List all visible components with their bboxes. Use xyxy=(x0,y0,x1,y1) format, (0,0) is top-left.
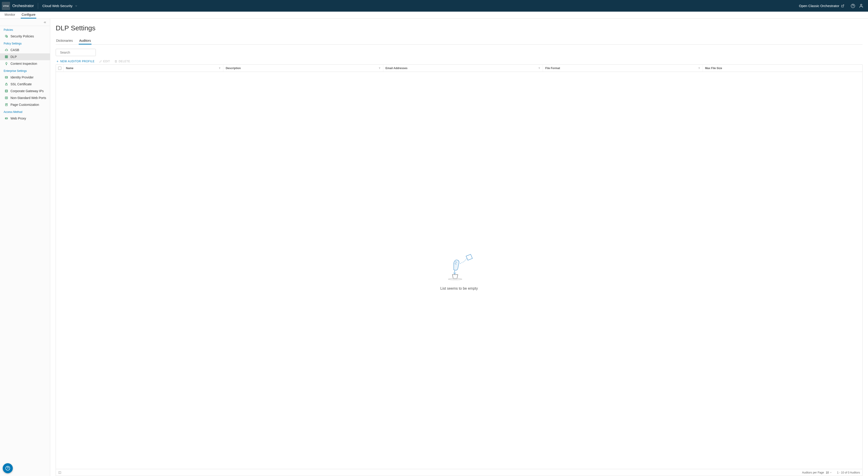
nav-section-title: Policies xyxy=(0,26,50,33)
column-label: Description xyxy=(226,67,241,70)
cloud-icon xyxy=(5,49,8,52)
workspace: PoliciesSecurity PoliciesPolicy Settings… xyxy=(0,19,868,476)
table-actions: NEW AUDITOR PROFILE EDIT DELETE xyxy=(56,60,862,63)
help-circle-icon xyxy=(5,466,10,471)
chevron-down-icon xyxy=(75,5,78,7)
svg-point-33 xyxy=(448,279,462,280)
sidebar-item-content-inspection[interactable]: Content Inspection xyxy=(0,60,50,67)
plus-icon xyxy=(56,60,59,63)
sidebar-item-label: Non-Standard Web Ports xyxy=(10,96,46,100)
column-label: Name xyxy=(66,67,73,70)
columns-icon xyxy=(58,471,61,474)
ports-icon xyxy=(5,96,8,99)
main: DLP Settings DictionariesAuditors NEW AU… xyxy=(50,19,868,476)
table-body: List seems to be empty xyxy=(56,72,862,469)
new-auditor-label: NEW AUDITOR PROFILE xyxy=(60,60,95,63)
sidebar-collapse[interactable] xyxy=(0,19,50,26)
svg-rect-16 xyxy=(6,90,7,92)
sidebar-item-ssl-certificate[interactable]: SSL Certificate xyxy=(0,81,50,88)
svg-rect-5 xyxy=(5,56,8,58)
per-page-value: 10 xyxy=(826,471,829,474)
svg-point-11 xyxy=(6,77,6,77)
sub-tabs: DictionariesAuditors xyxy=(56,37,863,45)
primary-tab-configure[interactable]: Configure xyxy=(21,11,36,19)
column-email-addresses[interactable]: Email Addresses xyxy=(383,65,543,72)
pencil-icon xyxy=(99,60,102,63)
double-chevron-left-icon xyxy=(43,21,47,24)
sidebar-item-label: Web Proxy xyxy=(10,117,26,120)
sidebar-item-dlp[interactable]: DLP xyxy=(0,53,50,60)
sidebar-item-label: Content Inspection xyxy=(10,62,37,65)
svg-line-0 xyxy=(842,5,844,6)
router-icon xyxy=(5,89,8,93)
sidebar-item-non-standard-web-ports[interactable]: Non-Standard Web Ports xyxy=(0,94,50,101)
empty-state-illustration xyxy=(443,250,475,282)
id-icon xyxy=(5,76,8,79)
nav-section-title: Access Method xyxy=(0,108,50,115)
chevron-down-icon xyxy=(830,471,832,474)
sidebar-item-security-policies[interactable]: Security Policies xyxy=(0,33,50,40)
column-description[interactable]: Description xyxy=(223,65,383,72)
column-layout-button[interactable] xyxy=(58,471,61,474)
filter-icon[interactable] xyxy=(378,67,381,69)
vmware-logo: vmw xyxy=(2,2,10,10)
sidebar-item-page-customization[interactable]: Page Customization xyxy=(0,101,50,108)
help-bubble[interactable] xyxy=(3,463,13,473)
search-field[interactable] xyxy=(60,51,100,54)
page-title: DLP Settings xyxy=(56,24,863,32)
user-icon xyxy=(859,4,863,8)
per-page-label: Auditors per Page xyxy=(802,471,824,474)
svg-point-3 xyxy=(861,4,862,6)
service-picker[interactable]: Cloud Web Security xyxy=(42,4,78,8)
sub-tab-auditors[interactable]: Auditors xyxy=(79,37,91,44)
divider xyxy=(38,3,38,9)
sidebar-item-label: CASB xyxy=(10,48,19,52)
grid-icon xyxy=(5,55,8,58)
column-label: File Format xyxy=(545,67,560,70)
auditors-table: NameDescriptionEmail AddressesFile Forma… xyxy=(56,64,863,476)
open-classic-label: Open Classic Orchestrator xyxy=(799,4,839,8)
sidebar-item-label: Page Customization xyxy=(10,103,39,106)
external-link-icon xyxy=(841,4,844,7)
filter-icon[interactable] xyxy=(698,67,700,69)
column-label: Max File Size xyxy=(705,67,722,70)
help-circle-icon xyxy=(851,4,855,8)
primary-tab-monitor[interactable]: Monitor xyxy=(4,11,16,19)
sidebar-item-label: DLP xyxy=(10,55,17,59)
select-all[interactable] xyxy=(56,65,64,72)
per-page-select[interactable]: 10 xyxy=(826,471,832,474)
sidebar-item-corporate-gateway-ips[interactable]: Corporate Gateway IPs xyxy=(0,88,50,94)
search-input[interactable] xyxy=(56,49,96,56)
sidebar-item-identity-provider[interactable]: Identity Provider xyxy=(0,74,50,81)
filter-icon[interactable] xyxy=(538,67,540,69)
open-classic-link[interactable]: Open Classic Orchestrator xyxy=(799,4,844,8)
filter-icon[interactable] xyxy=(219,67,221,69)
edit-button: EDIT xyxy=(99,60,110,63)
delete-label: DELETE xyxy=(119,60,130,63)
account-button[interactable] xyxy=(857,4,865,8)
sidebar-item-casb[interactable]: CASB xyxy=(0,46,50,53)
table-footer: Auditors per Page 10 1 - 10 of 0 Auditor… xyxy=(56,469,862,476)
column-label: Email Addresses xyxy=(385,67,407,70)
sidebar-item-label: Corporate Gateway IPs xyxy=(10,89,44,93)
column-max-file-size[interactable]: Max File Size xyxy=(703,65,862,72)
brand: vmw Orchestrator xyxy=(2,2,34,10)
sub-tab-dictionaries[interactable]: Dictionaries xyxy=(56,37,73,44)
sidebar-item-web-proxy[interactable]: Web Proxy xyxy=(0,115,50,122)
shield-out-icon xyxy=(5,35,8,38)
per-page: Auditors per Page 10 xyxy=(802,471,832,474)
top-bar: vmw Orchestrator Cloud Web Security Open… xyxy=(0,0,868,12)
nav-section-title: Policy Settings xyxy=(0,40,50,46)
range-text: 1 - 10 of 0 Auditors xyxy=(837,471,860,474)
nav-section-title: Enterprise Settings xyxy=(0,67,50,74)
empty-state-text: List seems to be empty xyxy=(440,286,478,291)
column-name[interactable]: Name xyxy=(64,65,223,72)
trash-icon xyxy=(115,60,117,63)
svg-point-25 xyxy=(6,118,6,119)
table-header: NameDescriptionEmail AddressesFile Forma… xyxy=(56,65,862,72)
edit-label: EDIT xyxy=(103,60,110,63)
column-file-format[interactable]: File Format xyxy=(543,65,703,72)
new-auditor-button[interactable]: NEW AUDITOR PROFILE xyxy=(56,60,95,63)
primary-tabs: MonitorConfigure xyxy=(0,12,868,19)
help-button[interactable] xyxy=(849,4,857,8)
